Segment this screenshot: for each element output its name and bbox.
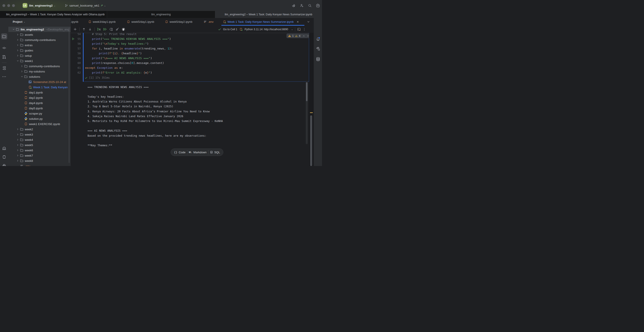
project-switcher[interactable]: llm_engineering2 xyxy=(29,4,53,7)
tree-item-llm-engineering2[interactable]: llm_engineering2~/Desktop/llm_eng xyxy=(8,27,71,32)
chevron-right-icon[interactable] xyxy=(16,49,20,52)
tree-item-week-1-task-daily-kenyan[interactable]: Week 1 Task: Daily Kenyan xyxy=(8,85,71,90)
vcs-branch-widget[interactable]: samuel_bootcamp_wk1 ↗ ⌄ xyxy=(65,4,106,7)
go-to-cell-button[interactable]: Go to Cell 1 xyxy=(223,28,237,31)
chevron-right-icon[interactable] xyxy=(16,149,20,152)
run-cell-gutter-icon[interactable] xyxy=(72,37,75,41)
run-cell-icon[interactable] xyxy=(97,27,101,31)
tree-item-week1[interactable]: week1 xyxy=(8,58,71,63)
tree-item-solution-py[interactable]: solution.py xyxy=(8,116,71,121)
minimize-window-button[interactable] xyxy=(7,4,10,7)
add-user-icon[interactable] xyxy=(300,4,304,7)
tree-item-guides[interactable]: guides xyxy=(8,48,71,53)
move-down-icon[interactable] xyxy=(88,27,92,31)
pull-requests-icon[interactable] xyxy=(1,54,7,60)
tree-item-community-contributions[interactable]: community-contributions xyxy=(8,63,71,69)
tree-item-scraper-py[interactable]: scraper.py xyxy=(8,111,71,116)
tree-item-community-contributions[interactable]: community-contributions xyxy=(8,37,71,42)
chevron-right-icon[interactable] xyxy=(16,154,20,157)
chevron-down-icon[interactable] xyxy=(12,28,15,31)
move-up-icon[interactable] xyxy=(82,27,86,31)
chevron-right-icon[interactable] xyxy=(16,159,20,162)
restart-kernel-icon[interactable] xyxy=(109,27,113,31)
chevron-right-icon[interactable] xyxy=(16,133,20,136)
tree-item-extras[interactable]: extras xyxy=(8,42,71,48)
editor-tab-week5-day2-ipynb[interactable]: week5/day2.ipynb xyxy=(165,18,192,26)
settings-icon[interactable] xyxy=(316,4,320,7)
jupyter-console-icon[interactable] xyxy=(297,28,301,31)
editor-tab-ipynb[interactable]: .ipynb xyxy=(71,18,78,26)
chevron-right-icon[interactable] xyxy=(16,138,20,141)
commit-icon[interactable] xyxy=(1,45,7,51)
chevron-right-icon[interactable] xyxy=(16,38,20,41)
chevron-right-icon[interactable] xyxy=(16,54,20,57)
previous-warning-icon[interactable] xyxy=(302,34,305,37)
hidden-tabs-chevron-icon[interactable] xyxy=(307,20,310,24)
close-window-button[interactable] xyxy=(2,4,5,7)
chevron-right-icon[interactable] xyxy=(20,65,24,68)
chevron-right-icon[interactable] xyxy=(16,33,20,36)
editor-tab-env[interactable]: .env xyxy=(204,18,214,26)
ai-chat-icon[interactable] xyxy=(315,45,321,52)
tree-item-day1-ipynb[interactable]: day1.ipynb xyxy=(8,90,71,95)
search-icon[interactable] xyxy=(308,4,312,7)
output-scrollbar-thumb[interactable] xyxy=(306,82,308,101)
tree-item-setup[interactable]: setup xyxy=(8,53,71,58)
tree-item-day2-ipynb[interactable]: day2.ipynb xyxy=(8,95,71,100)
chevron-down-icon[interactable] xyxy=(16,59,20,62)
tree-item-env[interactable]: .env xyxy=(8,163,71,166)
tree-item-week1-exercise-ipynb[interactable]: week1 EXERCISE.ipynb xyxy=(8,121,71,127)
github-icon[interactable] xyxy=(122,27,125,31)
database-icon[interactable] xyxy=(315,56,321,62)
chevron-down-icon[interactable]: ⌄ xyxy=(291,28,293,30)
python-mono-icon[interactable] xyxy=(1,163,7,166)
editor-scrollbar-thumb[interactable] xyxy=(310,115,312,166)
traffic-lights[interactable] xyxy=(2,4,17,7)
code-editor[interactable]: # Step 5: Print the result print("=== TR… xyxy=(85,32,173,75)
tree-item-assets[interactable]: assets xyxy=(8,32,71,37)
tree-item-solutions[interactable]: solutions xyxy=(8,74,71,79)
tree-item-week2[interactable]: week2 xyxy=(8,127,71,132)
tree-item-week6[interactable]: week6 xyxy=(8,148,71,153)
project-tree-scrollbar[interactable] xyxy=(69,28,70,163)
window-tab-llm-engineering3-week-1-task-k[interactable]: llm_engineering3 – Week 1 Task: Kenyan D… xyxy=(0,11,107,18)
tree-item-week5[interactable]: week5 xyxy=(8,142,71,148)
editor-tab-week3-day1-ipynb[interactable]: week3/day1.ipynb xyxy=(88,18,116,26)
run-all-icon[interactable] xyxy=(103,27,107,31)
tree-item-my-solutions[interactable]: my-solutions xyxy=(8,69,71,74)
add-cell-icon[interactable] xyxy=(73,27,77,31)
chevron-right-icon[interactable] xyxy=(16,144,20,147)
more-icon[interactable] xyxy=(1,74,7,80)
chevron-right-icon[interactable] xyxy=(16,128,20,131)
window-tab-llm-engineering[interactable]: llm_engineering xyxy=(107,11,215,18)
cell-type-markdown-button[interactable]: M↓Markdown xyxy=(189,151,206,154)
kebab-menu-icon[interactable]: ⋮ xyxy=(303,27,306,31)
kernel-selector[interactable]: Python 3.11.14: http://localhost:8890 xyxy=(244,28,288,31)
chevron-right-icon[interactable] xyxy=(16,44,20,47)
tree-item-week8[interactable]: week8 xyxy=(8,158,71,163)
tree-item-week4[interactable]: week4 xyxy=(8,137,71,142)
tree-item-week3[interactable]: week3 xyxy=(8,132,71,137)
tree-item-week7[interactable]: week7 xyxy=(8,153,71,158)
tree-item-day5-ipynb[interactable]: day5.ipynb xyxy=(8,106,71,111)
chevron-right-icon[interactable] xyxy=(20,70,24,73)
jupyter-mono-icon[interactable] xyxy=(1,154,7,160)
tree-item-day4-ipynb[interactable]: day4.ipynb xyxy=(8,100,71,106)
zoom-window-button[interactable] xyxy=(12,4,15,7)
window-tab-llm-engineering2-week-1-task-d[interactable]: llm_engineering2 – Week 1 Task: Daily Ke… xyxy=(215,11,322,18)
clear-outputs-icon[interactable] xyxy=(116,27,119,31)
tree-item-screenshot-2025-10-24-at[interactable]: Screenshot 2025-10-24 at xyxy=(8,79,71,85)
structure-icon[interactable] xyxy=(1,65,7,71)
project-folder-icon[interactable] xyxy=(1,33,7,39)
cell-type-sql-button[interactable]: SQL xyxy=(210,151,220,154)
editor-tab-week5-day1-ipynb[interactable]: week5/day1.ipynb xyxy=(127,18,154,26)
huggingface-icon[interactable] xyxy=(1,146,7,152)
ai-assistant-icon[interactable] xyxy=(292,4,296,7)
editor-tab-week-1-task-daily-kenyan-news-summarizer-ipynb[interactable]: Week 1 Task: Daily Kenyan News Summarize… xyxy=(223,18,299,26)
chevron-down-icon[interactable] xyxy=(20,75,24,78)
inspection-widget[interactable]: 14 xyxy=(286,33,311,38)
cell-type-code-button[interactable]: {}Code xyxy=(174,151,186,154)
project-panel-header[interactable]: Project ⌄ xyxy=(13,18,25,26)
close-icon[interactable]: ✕ xyxy=(297,20,299,23)
warning-stripe-mark[interactable] xyxy=(310,112,313,113)
